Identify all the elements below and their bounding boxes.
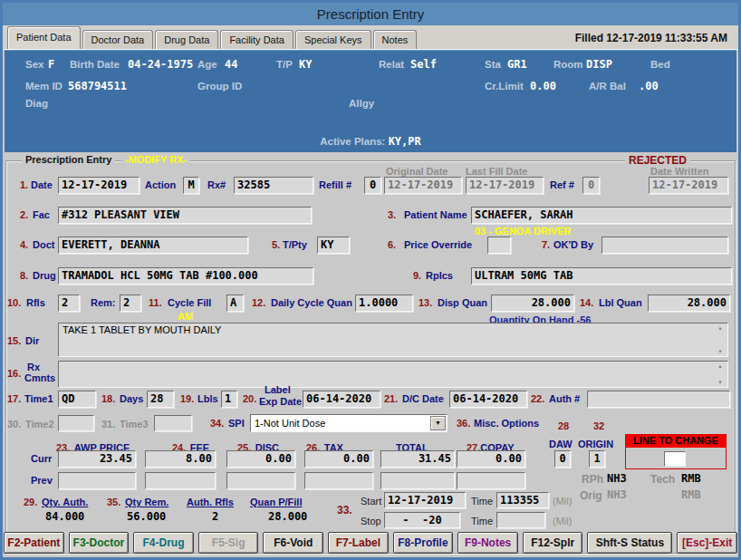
start-mil-label: (Mil) bbox=[553, 496, 572, 507]
relat-label: Relat bbox=[379, 59, 404, 70]
f7-label-button[interactable]: F7-Label bbox=[328, 532, 389, 554]
action-input[interactable]: M bbox=[183, 177, 199, 194]
time3-input[interactable] bbox=[154, 415, 192, 431]
directions-textarea[interactable]: TAKE 1 TABLET BY MOUTH DAILY bbox=[58, 323, 728, 357]
curr-copay-input[interactable]: 0.00 bbox=[457, 450, 525, 468]
tab-special-keys[interactable]: Special Keys bbox=[295, 30, 371, 49]
rem-input[interactable]: 2 bbox=[120, 294, 141, 312]
group-id-label: Group ID bbox=[197, 81, 242, 92]
line-to-change-input[interactable] bbox=[664, 451, 686, 467]
field-18-num: 18. bbox=[101, 393, 115, 404]
curr-awp-input[interactable]: 23.45 bbox=[58, 450, 136, 468]
date-written-input[interactable]: 12-17-2019 bbox=[649, 177, 728, 194]
original-date-input[interactable]: 12-17-2019 bbox=[384, 177, 462, 194]
facility-input[interactable]: #312 PLEASANT VIEW bbox=[58, 207, 312, 224]
rx-cmnts-label-1: Rx bbox=[27, 362, 40, 372]
start-date-input[interactable]: 12-17-2019 bbox=[384, 492, 466, 508]
f8-profile-button[interactable]: F8-Profile bbox=[393, 532, 454, 554]
date-label: Date bbox=[31, 179, 53, 190]
curr-total-input[interactable]: 31.45 bbox=[380, 450, 455, 468]
price-override-input[interactable] bbox=[487, 237, 511, 254]
origin-input[interactable]: 1 bbox=[589, 450, 605, 468]
prev-awp-input[interactable] bbox=[58, 472, 136, 489]
field-15-num: 15. bbox=[7, 335, 21, 346]
f12-splr-button[interactable]: F12-Splr bbox=[523, 532, 583, 554]
spi-dropdown-button[interactable]: ▼ bbox=[430, 416, 446, 430]
time2-input[interactable] bbox=[58, 415, 94, 431]
rx-number-input[interactable]: 32585 bbox=[234, 177, 313, 194]
field-22-num: 22. bbox=[531, 393, 544, 404]
line-to-change-box: LINE TO CHANGE bbox=[625, 434, 727, 469]
tab-doctor-data[interactable]: Doctor Data bbox=[82, 30, 154, 49]
tab-drug-data[interactable]: Drug Data bbox=[155, 30, 218, 49]
patient-name-input[interactable]: SCHAEFER, SARAH bbox=[471, 207, 732, 224]
prev-total-input[interactable] bbox=[380, 472, 455, 489]
allgy-label: Allgy bbox=[349, 98, 374, 109]
daw-input[interactable]: 0 bbox=[554, 450, 571, 468]
prev-disc-input[interactable] bbox=[226, 472, 295, 489]
lbls-input[interactable]: 1 bbox=[221, 391, 237, 408]
last-fill-date-input[interactable]: 12-17-2019 bbox=[466, 177, 544, 194]
last-fill-date-label: Last Fill Date bbox=[466, 166, 527, 177]
days-input[interactable]: 28 bbox=[147, 391, 174, 408]
drug-input[interactable]: TRAMADOL HCL 50MG TAB #100.000 bbox=[58, 267, 313, 285]
f2-patient-button[interactable]: F2-Patient bbox=[4, 532, 64, 554]
curr-fee-input[interactable]: 8.00 bbox=[145, 450, 216, 468]
cycle-fill-input[interactable]: A bbox=[226, 294, 244, 312]
rfls-input[interactable]: 2 bbox=[58, 294, 80, 312]
curr-disc-input[interactable]: 0.00 bbox=[226, 450, 295, 468]
stop-date-input[interactable]: - -20 bbox=[384, 512, 460, 528]
scroll-down-icon[interactable]: ▼ bbox=[717, 380, 723, 385]
price-override-label: Price Override bbox=[404, 239, 472, 250]
prev-tax-input[interactable] bbox=[304, 472, 373, 489]
filled-timestamp: Filled 12-17-2019 11:33:55 AM bbox=[575, 32, 727, 44]
okd-by-input[interactable] bbox=[601, 237, 728, 254]
f4-drug-button[interactable]: F4-Drug bbox=[133, 532, 194, 554]
daw-label: DAW bbox=[549, 439, 573, 449]
dc-date-input[interactable]: 06-14-2020 bbox=[449, 391, 527, 408]
tab-facility-data[interactable]: Facility Data bbox=[220, 30, 294, 49]
refill-input[interactable]: 0 bbox=[364, 177, 381, 194]
diag-label: Diag bbox=[25, 98, 48, 109]
rfls-label: Rfls bbox=[26, 297, 45, 308]
field-35-num: 35. bbox=[107, 497, 120, 507]
start-time-input[interactable]: 113355 bbox=[496, 492, 549, 508]
date-input[interactable]: 12-17-2019 bbox=[58, 177, 140, 194]
tab-notes[interactable]: Notes bbox=[373, 30, 418, 49]
orig-rph-value: NH3 bbox=[607, 488, 627, 501]
f3-doctor-button[interactable]: F3-Doctor bbox=[69, 532, 130, 554]
auth-rfls-value: 2 bbox=[212, 510, 218, 523]
f6-void-button[interactable]: F6-Void bbox=[263, 532, 323, 554]
f9-notes-button[interactable]: F9-Notes bbox=[457, 532, 518, 554]
prev-fee-input[interactable] bbox=[145, 472, 216, 489]
ref-number-input[interactable]: 0 bbox=[582, 177, 600, 194]
tab-patient-data[interactable]: Patient Data bbox=[7, 26, 81, 49]
curr-tax-input[interactable]: 0.00 bbox=[304, 450, 373, 468]
tp-label: T/P bbox=[276, 59, 293, 70]
rx-cmnts-textarea[interactable] bbox=[58, 361, 728, 388]
time1-input[interactable]: QD bbox=[58, 391, 96, 408]
field-3-num: 3. bbox=[388, 209, 396, 220]
orig-tech-value: RMB bbox=[681, 488, 701, 501]
field-10-num: 10. bbox=[7, 297, 21, 308]
doctor-input[interactable]: EVERETT, DEANNA bbox=[58, 237, 248, 254]
prev-copay-input[interactable] bbox=[457, 472, 525, 489]
auth-rfls-label: Auth. Rfls bbox=[187, 497, 234, 507]
f5-sig-button[interactable]: F5-Sig bbox=[198, 532, 259, 554]
stop-mil-label: (Mil) bbox=[553, 516, 572, 526]
tpty-input[interactable]: KY bbox=[317, 237, 350, 254]
scroll-up-icon[interactable]: ▲ bbox=[717, 325, 723, 331]
stop-time-input[interactable] bbox=[496, 512, 545, 528]
spi-select[interactable]: 1-Not Unit Dose ▼ bbox=[250, 414, 447, 432]
disp-quan-input[interactable]: 28.000 bbox=[491, 294, 574, 312]
esc-exit-button[interactable]: [Esc]-Exit bbox=[677, 532, 737, 554]
label-exp-date-input[interactable]: 06-14-2020 bbox=[303, 391, 380, 408]
lbl-quan-input[interactable]: 28.000 bbox=[648, 294, 730, 312]
scroll-up-icon[interactable]: ▲ bbox=[717, 363, 723, 369]
shft-s-status-button[interactable]: Shft-S Status bbox=[587, 532, 672, 554]
tab-strip: Patient Data Doctor Data Drug Data Facil… bbox=[3, 25, 738, 50]
rplcs-input[interactable]: ULTRAM 50MG TAB bbox=[471, 267, 732, 285]
daily-cycle-quan-input[interactable]: 1.0000 bbox=[355, 294, 413, 312]
scroll-down-icon[interactable]: ▼ bbox=[717, 349, 723, 354]
auth-number-input[interactable] bbox=[587, 391, 730, 408]
